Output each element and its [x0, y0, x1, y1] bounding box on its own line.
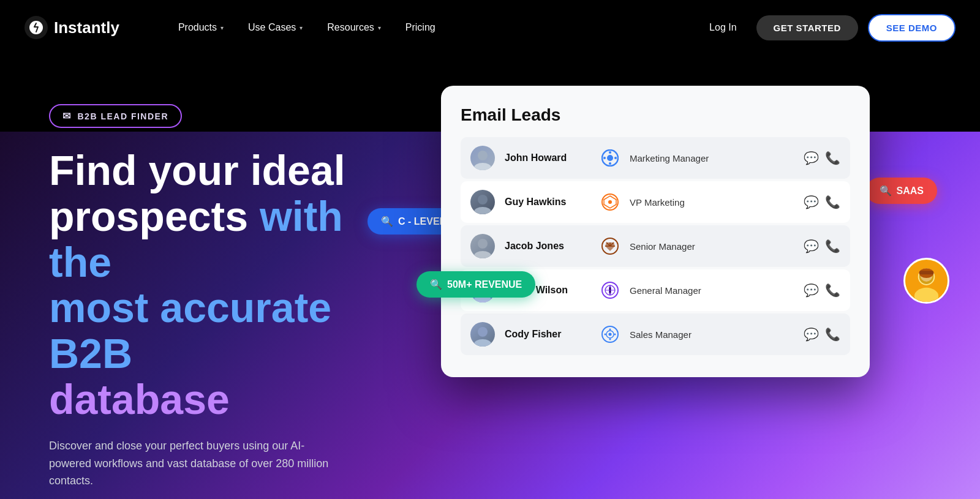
svg-point-25	[609, 339, 611, 340]
nav-products[interactable]: Products ▾	[168, 17, 233, 38]
company-icon	[600, 192, 620, 212]
lead-role: General Manager	[630, 285, 794, 296]
nav-pricing[interactable]: Pricing	[396, 17, 445, 38]
chevron-down-icon: ▾	[221, 24, 224, 31]
avatar	[470, 234, 495, 258]
lead-row: Jacob Jones Senior Manager 💬 📞	[461, 225, 850, 267]
lead-actions: 💬 📞	[804, 151, 840, 165]
svg-point-24	[609, 329, 611, 331]
message-icon: 💬	[804, 239, 819, 253]
phone-icon: 📞	[825, 195, 840, 209]
svg-point-13	[478, 239, 488, 249]
main-content: ✉ B2B LEAD FINDER Find your idealprospec…	[0, 55, 980, 499]
company-icon	[600, 148, 620, 168]
nav-links: Products ▾ Use Cases ▾ Resources ▾ Prici…	[168, 17, 699, 38]
search-icon: 🔍	[430, 279, 442, 290]
lead-name: Cody Fisher	[505, 329, 590, 340]
chevron-down-icon: ▾	[300, 24, 303, 31]
company-icon	[600, 280, 620, 300]
lead-actions: 💬 📞	[804, 283, 840, 298]
lead-role: Senior Manager	[630, 241, 794, 252]
nav-resources[interactable]: Resources ▾	[317, 17, 390, 38]
hero-description: Discover and close your perfect buyers u…	[49, 437, 343, 490]
brand-name: Instantly	[54, 18, 119, 37]
message-icon: 💬	[804, 195, 819, 209]
lead-actions: 💬 📞	[804, 327, 840, 342]
filter-saas-badge: 🔍 SAAS	[866, 178, 937, 204]
hero-badge: ✉ B2B LEAD FINDER	[49, 104, 182, 128]
lead-row: Guy Hawkins VP Marketing 💬 📞	[461, 181, 850, 223]
svg-point-9	[478, 195, 488, 204]
search-icon: 🔍	[381, 216, 393, 227]
login-button[interactable]: Log In	[699, 17, 746, 38]
company-icon	[600, 236, 620, 256]
svg-point-14	[474, 251, 491, 258]
logo[interactable]: Instantly	[24, 16, 119, 39]
person-avatar	[903, 258, 949, 304]
hero-title: Find your idealprospects with themost ac…	[49, 148, 404, 422]
leads-card-title: Email Leads	[461, 105, 850, 125]
svg-rect-34	[919, 271, 934, 274]
navbar: Instantly Products ▾ Use Cases ▾ Resourc…	[0, 0, 980, 55]
svg-point-23	[609, 333, 612, 336]
svg-point-6	[609, 162, 611, 165]
message-icon: 💬	[804, 283, 819, 298]
lead-name: Guy Hawkins	[505, 197, 590, 208]
logo-icon	[24, 16, 48, 39]
svg-point-5	[609, 151, 611, 154]
message-icon: 💬	[804, 327, 819, 342]
svg-point-4	[607, 155, 613, 161]
nav-right: Log In GET STARTED SEE DEMO	[699, 14, 956, 42]
svg-point-27	[614, 334, 616, 336]
svg-point-1	[478, 151, 488, 160]
svg-point-10	[474, 207, 491, 214]
avatar	[470, 146, 495, 170]
avatar	[470, 190, 495, 214]
svg-point-26	[605, 334, 606, 336]
phone-icon: 📞	[825, 327, 840, 342]
svg-point-20	[474, 339, 491, 347]
lead-role: Marketing Manager	[630, 153, 794, 163]
lead-name: Jacob Jones	[505, 241, 590, 252]
leads-card: Email Leads John Howard Marketing Manage…	[441, 86, 870, 377]
svg-point-8	[614, 157, 617, 159]
message-icon: 💬	[804, 151, 819, 165]
lead-role: Sales Manager	[630, 329, 794, 340]
phone-icon: 📞	[825, 239, 840, 253]
svg-point-19	[478, 327, 488, 337]
get-started-nav-button[interactable]: GET STARTED	[756, 15, 858, 40]
lead-row: Cody Fisher Sales Manager 💬 📞	[461, 313, 850, 355]
svg-point-2	[474, 163, 491, 170]
hero-left: ✉ B2B LEAD FINDER Find your idealprospec…	[49, 92, 404, 499]
mail-icon: ✉	[62, 110, 72, 122]
filter-revenue-badge: 🔍 50M+ REVENUE	[417, 271, 535, 298]
phone-icon: 📞	[825, 151, 840, 165]
hero-right: 🔍 C - LEVEL 🔍 SAAS Email Leads John Howa…	[441, 86, 931, 377]
svg-point-7	[603, 157, 606, 159]
search-icon: 🔍	[880, 185, 892, 197]
avatar	[470, 322, 495, 347]
lead-row: John Howard Marketing Manager 💬 📞	[461, 137, 850, 179]
lead-actions: 💬 📞	[804, 195, 840, 209]
lead-actions: 💬 📞	[804, 239, 840, 253]
nav-use-cases[interactable]: Use Cases ▾	[238, 17, 312, 38]
lead-role: VP Marketing	[630, 197, 794, 208]
svg-point-12	[608, 200, 612, 204]
see-demo-button[interactable]: SEE DEMO	[868, 14, 956, 42]
company-icon	[600, 325, 620, 344]
chevron-down-icon: ▾	[378, 24, 381, 31]
lead-name: John Howard	[505, 152, 590, 163]
phone-icon: 📞	[825, 283, 840, 298]
